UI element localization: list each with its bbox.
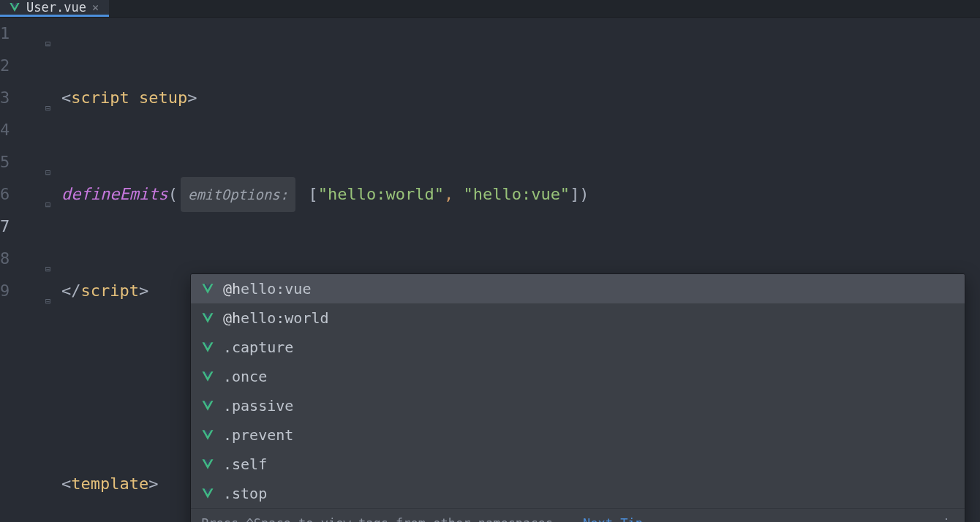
completion-popup: @hello:vue@hello:world.capture.once.pass… [190, 273, 965, 522]
ide-window: User.vue ✕ 1 2 3 4 5 6 7 8 9 ⊟ ⊟ ⊟ ⊟ ⊟ ⊟… [0, 0, 980, 522]
code-line: defineEmits(emitOptions: ["hello:world",… [61, 178, 980, 211]
close-icon[interactable]: ✕ [92, 1, 99, 14]
line-number: 4 [0, 114, 35, 146]
vue-icon [201, 399, 214, 412]
fold-column: ⊟ ⊟ ⊟ ⊟ ⊟ ⊟ [44, 18, 59, 522]
line-number: 1 [0, 18, 35, 50]
fold-marker[interactable]: ⊟ [45, 189, 50, 221]
completion-item[interactable]: .self [191, 450, 965, 479]
vue-icon [201, 458, 214, 471]
completion-item[interactable]: .capture [191, 333, 965, 362]
kebab-icon[interactable]: ⋮ [940, 513, 954, 522]
line-number: 3 [0, 82, 35, 114]
code-line: <script setup> [61, 82, 980, 114]
completion-item[interactable]: .passive [191, 391, 965, 420]
vue-icon [201, 282, 214, 295]
completion-item[interactable]: @hello:vue [191, 274, 965, 303]
gutter: 1 2 3 4 5 6 7 8 9 [0, 18, 44, 522]
completion-item[interactable]: .stop [191, 479, 965, 508]
line-number: 7 [0, 211, 35, 243]
line-number: 6 [0, 178, 35, 211]
line-number: 2 [0, 50, 35, 82]
line-number: 9 [0, 275, 35, 307]
vue-icon [9, 1, 20, 13]
vue-icon [201, 487, 214, 500]
vue-icon [201, 370, 214, 383]
line-number: 5 [0, 146, 35, 178]
fold-marker[interactable]: ⊟ [45, 253, 50, 285]
completion-item[interactable]: @hello:world [191, 303, 965, 333]
next-tip-link[interactable]: Next Tip [583, 516, 643, 522]
file-tab[interactable]: User.vue ✕ [0, 0, 109, 17]
fold-marker[interactable]: ⊟ [45, 28, 50, 60]
tab-bar: User.vue ✕ [0, 0, 980, 18]
completion-item[interactable]: .once [191, 362, 965, 391]
fold-marker[interactable]: ⊟ [45, 285, 50, 317]
vue-icon [201, 311, 214, 325]
editor[interactable]: 1 2 3 4 5 6 7 8 9 ⊟ ⊟ ⊟ ⊟ ⊟ ⊟ <script se… [0, 18, 980, 522]
line-number: 8 [0, 243, 35, 275]
fold-marker[interactable]: ⊟ [45, 92, 50, 124]
inlay-hint: emitOptions: [181, 177, 295, 212]
vue-icon [201, 341, 214, 354]
popup-hint: Press ^Space to view tags from other nam… [201, 516, 553, 522]
popup-footer: Press ^Space to view tags from other nam… [191, 508, 965, 522]
completion-item[interactable]: .prevent [191, 420, 965, 450]
tab-filename: User.vue [26, 0, 86, 15]
fold-marker[interactable]: ⊟ [45, 156, 50, 189]
vue-icon [201, 428, 214, 442]
